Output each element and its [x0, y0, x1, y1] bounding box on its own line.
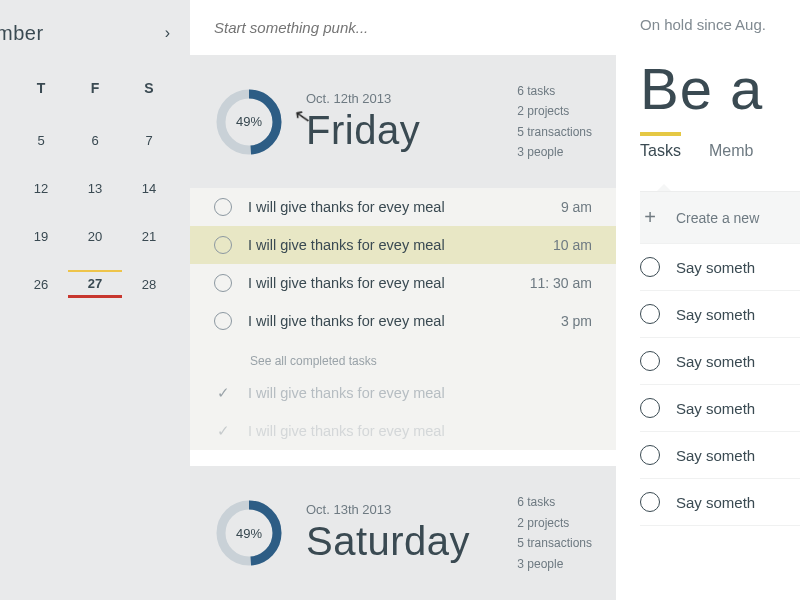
progress-ring: 49% — [214, 498, 284, 568]
agenda-panel: 49% Oct. 12th 2013 Friday 6 tasks 2 proj… — [190, 0, 616, 600]
task-label: Say someth — [676, 259, 755, 276]
tab-members[interactable]: Memb — [709, 132, 753, 172]
task-row-completed[interactable]: ✓ I will give thanks for evey meal — [190, 412, 616, 450]
dow-label: S — [122, 80, 176, 96]
day-date: Oct. 13th 2013 — [306, 502, 470, 517]
calendar-day[interactable]: 14 — [122, 177, 176, 200]
calendar-day[interactable]: 7 — [122, 129, 176, 152]
completed-header[interactable]: See all completed tasks — [190, 340, 616, 374]
task-checkbox-icon[interactable] — [214, 274, 232, 292]
task-checkbox-icon[interactable] — [214, 236, 232, 254]
day-card: 49% Oct. 13th 2013 Saturday 6 tasks 2 pr… — [190, 466, 616, 600]
stat-line: 2 projects — [517, 513, 592, 533]
task-row[interactable]: I will give thanks for evey meal 10 am — [190, 226, 616, 264]
task-label: I will give thanks for evey meal — [248, 423, 592, 439]
stat-line: 6 tasks — [517, 81, 592, 101]
project-task-row[interactable]: Say someth — [640, 479, 800, 526]
task-checkbox-icon[interactable] — [214, 312, 232, 330]
day-name: Friday — [306, 108, 420, 153]
next-month-icon[interactable]: › — [159, 20, 176, 46]
task-label: I will give thanks for evey meal — [248, 237, 537, 253]
progress-ring: 49% — [214, 87, 284, 157]
progress-percent: 49% — [214, 498, 284, 568]
project-task-list: + Create a new Say someth Say someth Say… — [640, 191, 800, 526]
stat-line: 3 people — [517, 554, 592, 574]
project-task-row[interactable]: Say someth — [640, 291, 800, 338]
task-checkbox-icon[interactable] — [640, 445, 660, 465]
check-icon: ✓ — [214, 384, 232, 402]
task-time: 3 pm — [561, 313, 592, 329]
task-time: 10 am — [553, 237, 592, 253]
task-checkbox-icon[interactable] — [640, 398, 660, 418]
day-header: 49% Oct. 13th 2013 Saturday 6 tasks 2 pr… — [190, 466, 616, 600]
plus-icon: + — [640, 206, 660, 229]
task-label: Say someth — [676, 494, 755, 511]
stat-line: 5 transactions — [517, 533, 592, 553]
day-date: Oct. 12th 2013 — [306, 91, 420, 106]
day-title-block: Oct. 12th 2013 Friday — [306, 91, 420, 153]
task-checkbox-icon[interactable] — [640, 351, 660, 371]
task-label: Say someth — [676, 306, 755, 323]
task-checkbox-icon[interactable] — [640, 492, 660, 512]
check-icon: ✓ — [214, 422, 232, 440]
create-task-row[interactable]: + Create a new — [640, 192, 800, 244]
day-stats: 6 tasks 2 projects 5 transactions 3 peop… — [517, 492, 592, 574]
day-card: 49% Oct. 12th 2013 Friday 6 tasks 2 proj… — [190, 55, 616, 451]
task-time: 11: 30 am — [530, 275, 592, 291]
stat-line: 2 projects — [517, 101, 592, 121]
project-task-row[interactable]: Say someth — [640, 244, 800, 291]
calendar-row: 19 20 21 — [14, 212, 176, 260]
calendar-row: 12 13 14 — [14, 164, 176, 212]
new-task-input[interactable] — [214, 19, 592, 36]
project-task-row[interactable]: Say someth — [640, 385, 800, 432]
calendar-day[interactable]: 20 — [68, 225, 122, 248]
calendar-day[interactable]: 12 — [14, 177, 68, 200]
day-header: 49% Oct. 12th 2013 Friday 6 tasks 2 proj… — [190, 55, 616, 189]
dow-label: F — [68, 80, 122, 96]
new-task-row — [190, 0, 616, 55]
calendar-day[interactable]: 6 — [68, 129, 122, 152]
task-row[interactable]: I will give thanks for evey meal 3 pm — [190, 302, 616, 340]
task-label: I will give thanks for evey meal — [248, 275, 514, 291]
calendar-dow-row: T F S — [14, 80, 176, 96]
task-row[interactable]: I will give thanks for evey meal 9 am — [190, 188, 616, 226]
task-time: 9 am — [561, 199, 592, 215]
calendar-row: 5 6 7 — [14, 116, 176, 164]
project-task-row[interactable]: Say someth — [640, 432, 800, 479]
task-row-completed[interactable]: ✓ I will give thanks for evey meal — [190, 374, 616, 412]
task-list: I will give thanks for evey meal 9 am I … — [190, 188, 616, 450]
task-label: Say someth — [676, 353, 755, 370]
month-label: mber — [0, 22, 44, 45]
task-checkbox-icon[interactable] — [640, 257, 660, 277]
calendar-row: 26 27 28 — [14, 260, 176, 308]
stat-line: 5 transactions — [517, 122, 592, 142]
calendar-day[interactable]: 13 — [68, 177, 122, 200]
stat-line: 3 people — [517, 142, 592, 162]
calendar-day[interactable]: 28 — [122, 273, 176, 296]
project-panel: On hold since Aug. Be a Tasks Memb + Cre… — [616, 0, 800, 600]
calendar-panel: mber › T F S 5 6 7 12 13 14 19 20 21 26 … — [0, 0, 190, 600]
calendar-day[interactable]: 19 — [14, 225, 68, 248]
calendar-header: mber › — [14, 20, 176, 46]
project-tabs: Tasks Memb — [640, 132, 800, 172]
hold-status: On hold since Aug. — [640, 16, 800, 33]
calendar-day-today[interactable]: 27 — [68, 270, 122, 298]
stat-line: 6 tasks — [517, 492, 592, 512]
create-task-label: Create a new — [676, 210, 759, 226]
project-title: Be a — [640, 55, 800, 122]
task-label: Say someth — [676, 447, 755, 464]
dow-label: T — [14, 80, 68, 96]
day-title-block: Oct. 13th 2013 Saturday — [306, 502, 470, 564]
day-gap — [190, 450, 616, 466]
task-label: Say someth — [676, 400, 755, 417]
project-task-row[interactable]: Say someth — [640, 338, 800, 385]
task-checkbox-icon[interactable] — [640, 304, 660, 324]
task-label: I will give thanks for evey meal — [248, 313, 545, 329]
calendar-day[interactable]: 21 — [122, 225, 176, 248]
calendar-day[interactable]: 26 — [14, 273, 68, 296]
tab-tasks[interactable]: Tasks — [640, 132, 681, 172]
task-label: I will give thanks for evey meal — [248, 385, 592, 401]
task-checkbox-icon[interactable] — [214, 198, 232, 216]
task-row[interactable]: I will give thanks for evey meal 11: 30 … — [190, 264, 616, 302]
calendar-day[interactable]: 5 — [14, 129, 68, 152]
